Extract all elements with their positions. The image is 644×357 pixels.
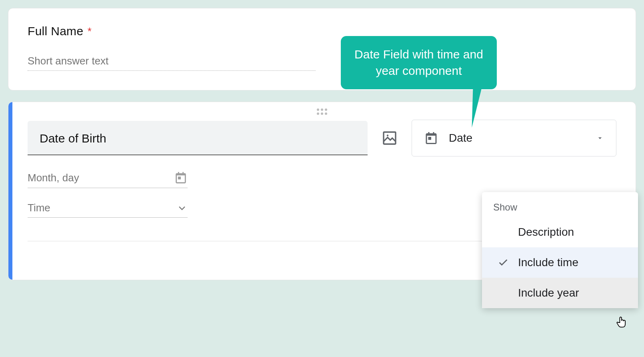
svg-rect-0 (384, 132, 396, 144)
menu-item-label: Include year (518, 287, 579, 299)
time-answer-field[interactable]: Time (28, 202, 188, 218)
check-icon (492, 257, 514, 268)
question-options-menu: Show Description Include time Include ye… (482, 192, 638, 308)
date-icon (424, 131, 438, 145)
svg-point-1 (387, 134, 388, 136)
menu-item-description[interactable]: Description (482, 217, 638, 247)
menu-item-label: Include time (518, 256, 578, 269)
date-placeholder: Month, day (28, 172, 174, 184)
menu-item-include-year[interactable]: Include year (482, 278, 638, 308)
date-answer-field[interactable]: Month, day (28, 171, 188, 188)
question-title-input[interactable] (39, 131, 356, 146)
add-image-button[interactable] (379, 127, 400, 149)
question-type-select[interactable]: Date (412, 120, 616, 156)
annotation-callout: Date Field with time and year component (341, 36, 497, 89)
drag-handle-icon[interactable] (28, 108, 616, 117)
menu-item-label: Description (518, 226, 574, 239)
image-icon (382, 130, 398, 146)
menu-header: Show (482, 199, 638, 217)
calendar-icon (174, 171, 188, 185)
required-star: * (88, 25, 92, 37)
question-card-fullname: Full Name * Short answer text (8, 8, 636, 90)
chevron-down-icon (176, 203, 188, 214)
question-title-input-wrap[interactable] (28, 121, 368, 155)
short-answer-placeholder: Short answer text (28, 55, 316, 71)
caret-down-icon (596, 134, 604, 142)
menu-item-include-time[interactable]: Include time (482, 247, 638, 278)
callout-text: Date Field with time and year component (354, 48, 483, 77)
question-title: Full Name (28, 24, 83, 38)
question-type-label: Date (449, 132, 586, 144)
pointer-cursor-icon (616, 316, 627, 329)
time-placeholder: Time (28, 202, 176, 214)
